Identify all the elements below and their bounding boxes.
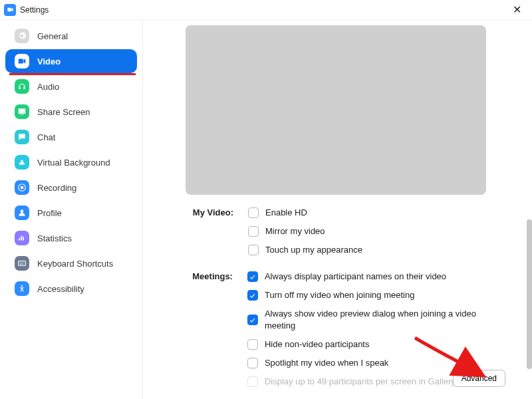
content-pane: My Video: Enable HD Mirror my video Touc… (143, 20, 532, 399)
option-label: Turn off my video when joining meeting (265, 289, 414, 301)
sidebar-item-chat[interactable]: Chat (5, 125, 137, 149)
sidebar: General Video Audio Share Screen Chat (0, 20, 143, 399)
option-spotlight[interactable]: Spotlight my video when I speak (247, 357, 505, 369)
advanced-button[interactable]: Advanced (453, 370, 505, 387)
recording-icon (15, 180, 29, 195)
sidebar-item-recording[interactable]: Recording (5, 176, 137, 200)
svg-rect-2 (19, 261, 26, 266)
option-enable-hd[interactable]: Enable HD (248, 207, 362, 219)
svg-point-3 (21, 285, 23, 287)
virtual-background-icon (15, 155, 29, 170)
option-label: Spotlight my video when I speak (265, 357, 388, 369)
section-title: Meetings: (186, 271, 233, 388)
section-my-video: My Video: Enable HD Mirror my video Touc… (186, 207, 505, 256)
checkbox-icon (248, 245, 259, 255)
sidebar-item-statistics[interactable]: Statistics (5, 226, 137, 250)
accessibility-icon (15, 281, 29, 296)
sidebar-item-label: Statistics (37, 233, 72, 243)
option-preview-dialog[interactable]: Always show video preview dialog when jo… (247, 308, 505, 332)
sidebar-item-share-screen[interactable]: Share Screen (5, 100, 137, 124)
sidebar-item-label: General (37, 31, 68, 41)
option-label: Always show video preview dialog when jo… (265, 308, 505, 332)
profile-icon (15, 205, 29, 220)
statistics-icon (15, 231, 29, 245)
sidebar-item-label: Chat (37, 132, 55, 142)
sidebar-item-label: Video (37, 57, 61, 66)
option-display-names[interactable]: Always display participant names on thei… (247, 271, 505, 283)
chat-icon (15, 130, 29, 144)
sidebar-item-label: Accessibility (37, 284, 84, 294)
option-label: Mirror my video (265, 225, 325, 237)
headphones-icon (15, 79, 29, 94)
checkbox-icon (247, 271, 258, 282)
option-turn-off-video[interactable]: Turn off my video when joining meeting (247, 289, 505, 301)
window-title: Settings (20, 5, 49, 15)
sidebar-item-label: Share Screen (37, 107, 90, 117)
checkbox-icon (247, 290, 258, 301)
sidebar-item-video[interactable]: Video (5, 49, 137, 73)
option-label: Always display participant names on thei… (265, 271, 446, 283)
app-icon (4, 4, 16, 16)
sidebar-item-label: Profile (37, 208, 62, 218)
scrollbar[interactable] (527, 219, 532, 369)
option-label: Display up to 49 participants per screen… (265, 376, 476, 388)
option-hide-nonvideo[interactable]: Hide non-video participants (247, 338, 505, 350)
sidebar-item-audio[interactable]: Audio (5, 74, 137, 98)
checkbox-icon (247, 315, 258, 325)
title-bar: Settings ✕ (0, 0, 532, 20)
section-title: My Video: (186, 207, 233, 256)
checkbox-icon (247, 358, 258, 368)
video-preview (186, 25, 486, 195)
checkbox-icon (248, 207, 259, 218)
option-label: Enable HD (265, 207, 307, 219)
sidebar-item-label: Recording (37, 183, 76, 193)
gear-icon (15, 29, 29, 43)
svg-point-1 (21, 186, 24, 190)
sidebar-item-profile[interactable]: Profile (5, 201, 137, 225)
option-mirror-video[interactable]: Mirror my video (248, 225, 362, 237)
sidebar-item-label: Virtual Background (37, 158, 110, 168)
sidebar-item-keyboard-shortcuts[interactable]: Keyboard Shortcuts (5, 251, 137, 275)
sidebar-item-accessibility[interactable]: Accessibility (5, 277, 137, 301)
sidebar-item-general[interactable]: General (5, 24, 137, 48)
video-icon (15, 54, 29, 68)
sidebar-item-virtual-background[interactable]: Virtual Background (5, 150, 137, 174)
option-label: Hide non-video participants (265, 338, 370, 350)
option-label: Touch up my appearance (265, 244, 362, 256)
option-touch-up[interactable]: Touch up my appearance (248, 244, 362, 256)
checkbox-icon (247, 339, 258, 350)
checkbox-icon (247, 376, 258, 387)
keyboard-icon (15, 256, 29, 271)
sidebar-item-label: Keyboard Shortcuts (37, 259, 113, 269)
close-icon[interactable]: ✕ (509, 3, 525, 17)
sidebar-item-label: Audio (37, 82, 59, 92)
share-screen-icon (15, 104, 29, 119)
checkbox-icon (248, 226, 259, 237)
